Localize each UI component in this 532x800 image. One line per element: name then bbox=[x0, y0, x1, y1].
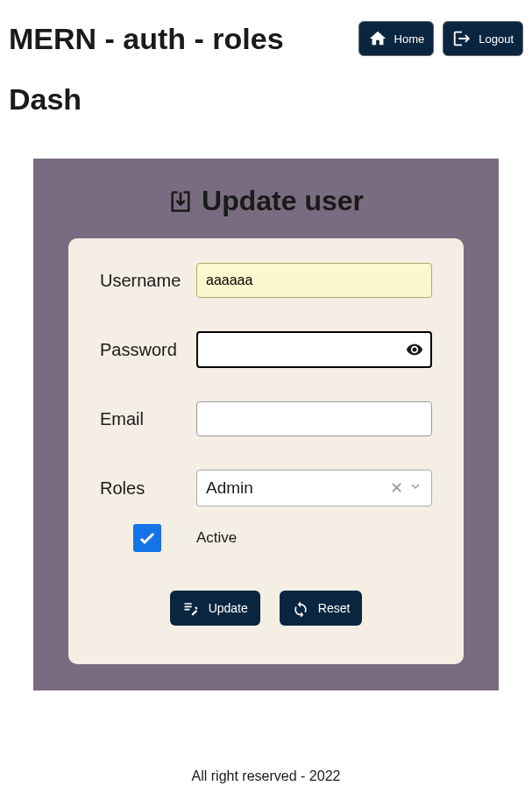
header-buttons: Home Logout bbox=[358, 21, 523, 56]
update-panel: Update user Username Password Email Role… bbox=[33, 159, 499, 690]
action-buttons: Update Reset bbox=[100, 591, 432, 626]
roles-selected-value: Admin bbox=[206, 478, 390, 498]
eye-icon bbox=[406, 341, 423, 358]
logout-label: Logout bbox=[479, 32, 514, 46]
edit-note-icon bbox=[182, 599, 200, 617]
home-button[interactable]: Home bbox=[358, 21, 435, 56]
logout-icon bbox=[452, 29, 472, 48]
footer-text: All right reserved - 2022 bbox=[0, 768, 532, 784]
toggle-password-button[interactable] bbox=[406, 341, 423, 358]
page-title: Dash bbox=[0, 67, 532, 141]
roles-label: Roles bbox=[100, 478, 196, 499]
active-checkbox[interactable] bbox=[133, 524, 161, 552]
active-label: Active bbox=[196, 529, 237, 547]
reset-label: Reset bbox=[318, 601, 351, 615]
refresh-icon bbox=[292, 599, 309, 617]
clear-icon[interactable]: ✕ bbox=[390, 478, 403, 498]
email-row: Email bbox=[100, 401, 432, 436]
password-label: Password bbox=[100, 340, 196, 360]
panel-title: Update user bbox=[33, 185, 499, 217]
app-title: MERN - auth - roles bbox=[9, 22, 284, 56]
email-label: Email bbox=[100, 409, 196, 429]
username-input[interactable] bbox=[196, 263, 432, 298]
chevron-down-icon bbox=[408, 479, 422, 497]
form-card: Username Password Email Roles Admin ✕ bbox=[68, 238, 464, 664]
update-button[interactable]: Update bbox=[170, 591, 260, 626]
reset-button[interactable]: Reset bbox=[280, 591, 363, 626]
roles-select[interactable]: Admin ✕ bbox=[196, 470, 432, 506]
username-label: Username bbox=[100, 271, 196, 291]
email-input[interactable] bbox=[196, 401, 432, 436]
home-label: Home bbox=[394, 32, 425, 46]
logout-button[interactable]: Logout bbox=[443, 21, 523, 56]
active-row: Active bbox=[100, 524, 432, 552]
password-input[interactable] bbox=[196, 331, 432, 368]
home-icon bbox=[368, 29, 387, 48]
password-row: Password bbox=[100, 331, 432, 368]
download-icon bbox=[168, 189, 193, 214]
roles-row: Roles Admin ✕ bbox=[100, 470, 432, 506]
update-label: Update bbox=[209, 601, 248, 615]
username-row: Username bbox=[100, 263, 432, 298]
header: MERN - auth - roles Home Logout bbox=[0, 0, 532, 67]
check-icon bbox=[137, 527, 158, 549]
